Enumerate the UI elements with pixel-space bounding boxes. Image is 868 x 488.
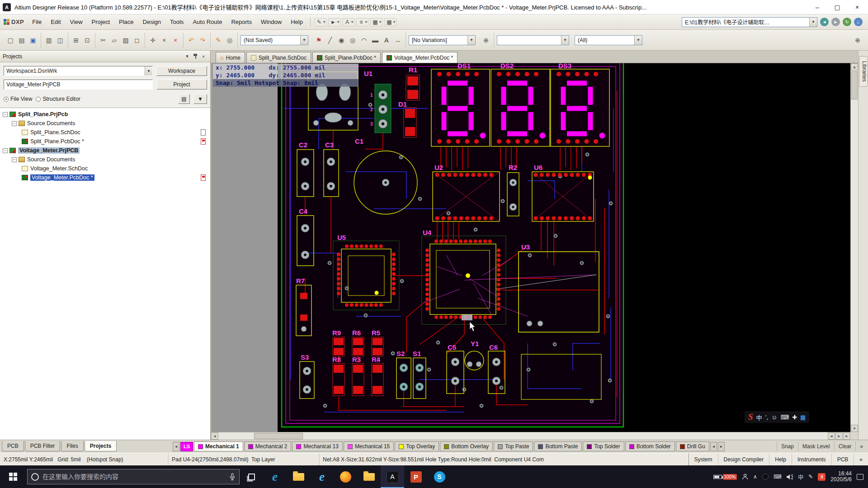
horizontal-scroll-thumb[interactable] xyxy=(254,433,303,439)
print-icon[interactable]: ▥ xyxy=(43,35,54,46)
chevron-down-icon[interactable]: ▼ xyxy=(809,18,817,27)
status-menu-instruments[interactable]: Instruments xyxy=(792,453,831,465)
sogou-tray-icon[interactable]: S xyxy=(818,473,826,481)
layer-tab-mechanical-13[interactable]: Mechanical 13 xyxy=(292,441,342,451)
redo-icon[interactable]: ↷ xyxy=(197,35,208,46)
tab-voltage-meter-pcbdoc[interactable]: Voltage_Meter.PcbDoc * xyxy=(382,52,458,63)
workspace-button[interactable]: Workspace xyxy=(156,66,207,76)
flag-icon[interactable]: ⚑ xyxy=(313,35,324,46)
clear-filter-icon[interactable]: × xyxy=(170,35,181,46)
start-button[interactable] xyxy=(0,465,26,488)
component-DS2[interactable] xyxy=(491,69,550,146)
status-menu-pcb[interactable]: PCB xyxy=(831,453,854,465)
battery-icon[interactable]: 100% xyxy=(713,474,737,480)
menu-item-design[interactable]: Design xyxy=(138,17,165,27)
mic-icon[interactable] xyxy=(229,473,236,480)
edit-icon[interactable]: ✎ xyxy=(213,35,224,46)
string-icon[interactable]: A xyxy=(381,35,392,46)
user-icon[interactable] xyxy=(742,474,748,480)
menu-item-view[interactable]: View xyxy=(66,17,87,27)
layer-tab-bottom-solder[interactable]: Bottom Solder xyxy=(625,441,675,451)
volume-icon[interactable] xyxy=(786,474,793,480)
keyboard-icon[interactable]: ⌨ xyxy=(774,474,781,480)
recent-path-combo[interactable]: E:\01教学材料\《电子设计辅助软… ▼ xyxy=(682,17,817,27)
menu-item-place[interactable]: Place xyxy=(114,17,138,27)
layer-set-chip[interactable]: LS xyxy=(180,442,193,451)
search-input[interactable] xyxy=(42,473,226,480)
filter-combo[interactable]: ▼ xyxy=(497,35,569,45)
pin-icon[interactable] xyxy=(191,52,199,61)
tab-split-plane-schdoc[interactable]: Split_Plane.SchDoc xyxy=(246,52,311,63)
vertical-scrollbar[interactable]: ▲ ▼ xyxy=(850,63,858,432)
taskbar-icon-firefox[interactable] xyxy=(334,465,357,488)
chevron-down-icon[interactable]: ▼ xyxy=(300,36,308,45)
tree-item-split-plane-project[interactable]: − Split_Plane.PrjPcb xyxy=(0,110,210,119)
selection-tool-dropdown[interactable]: ►▾ xyxy=(328,18,340,26)
scroll-down-icon[interactable]: ▼ xyxy=(851,425,858,432)
notification-center-icon[interactable] xyxy=(857,474,863,480)
status-menu-help[interactable]: Help xyxy=(769,453,792,465)
save-icon[interactable]: ▣ xyxy=(28,35,38,46)
component-DS1[interactable] xyxy=(431,69,490,146)
layer-tab-top-paste[interactable]: Top Paste xyxy=(494,441,533,451)
task-view-button[interactable] xyxy=(240,465,263,488)
panel-tab-pcb-filter[interactable]: PCB Filter xyxy=(25,441,61,451)
font-tool-dropdown[interactable]: A▾ xyxy=(342,18,354,26)
taskbar-icon-internet-explorer[interactable]: e xyxy=(310,465,334,488)
workspace-dropdown[interactable]: Workspace1.DsnWrk ▼ xyxy=(4,66,153,76)
open-icon[interactable]: ▤ xyxy=(16,35,27,46)
tab-scroll-left-icon[interactable]: ◄ xyxy=(828,432,835,440)
scope-combo[interactable]: (All) ▼ xyxy=(575,35,642,45)
collapse-icon[interactable]: − xyxy=(3,112,8,117)
undo-icon[interactable]: ↶ xyxy=(186,35,197,46)
collapse-icon[interactable]: − xyxy=(3,148,8,153)
layer-scroll-left-icon[interactable]: ◄ xyxy=(173,442,179,451)
zoom-fit-icon[interactable]: ⊞ xyxy=(71,35,81,46)
menu-item-reports[interactable]: Reports xyxy=(226,17,256,27)
grid-settings-dropdown[interactable]: ▦▾ xyxy=(384,18,396,26)
scroll-right-icon[interactable]: ► xyxy=(843,432,850,440)
layer-tabs-right-icon[interactable]: ► xyxy=(718,442,725,451)
menu-item-window[interactable]: Window xyxy=(256,17,286,27)
pad-icon[interactable]: ◉ xyxy=(336,35,347,46)
layer-tab-mechanical-1[interactable]: Mechanical 1 xyxy=(194,441,243,451)
dragged-pad-highlight[interactable] xyxy=(462,314,472,320)
align-tool-dropdown[interactable]: ≡▾ xyxy=(356,18,368,26)
sogou-logo-icon[interactable]: S xyxy=(748,412,753,422)
show-hidden-icons-chevron[interactable]: ∧ xyxy=(753,474,757,480)
nav-forward-button[interactable]: ► xyxy=(831,18,840,26)
nav-back-button[interactable]: ◄ xyxy=(820,18,829,26)
panel-tab-pcb[interactable]: PCB xyxy=(2,441,24,451)
chevron-down-icon[interactable]: ▼ xyxy=(634,36,642,45)
panel-tab-files[interactable]: Files xyxy=(61,441,83,451)
minimize-button[interactable]: – xyxy=(807,0,827,14)
collapse-icon[interactable]: − xyxy=(12,121,17,126)
tree-item-voltage-meter-project[interactable]: − Voltage_Meter.PrjPCB xyxy=(0,146,210,155)
layer-tab-top-overlay[interactable]: Top Overlay xyxy=(395,441,439,451)
panel-close-icon[interactable]: × xyxy=(199,52,208,61)
tree-item-source-documents-1[interactable]: − Source Documents xyxy=(0,119,210,128)
menu-item-auto-route[interactable]: Auto Route xyxy=(188,17,226,27)
arc-icon[interactable]: ◠ xyxy=(359,35,369,46)
layer-tab-mechanical-2[interactable]: Mechanical 2 xyxy=(244,441,292,451)
collapse-icon[interactable]: − xyxy=(12,157,17,162)
tree-item-source-documents-2[interactable]: − Source Documents xyxy=(0,155,210,164)
taskbar-icon-altium[interactable]: A xyxy=(381,465,404,488)
tab-split-plane-pcbdoc[interactable]: Split_Plane.PcbDoc * xyxy=(312,52,381,63)
chevron-down-icon[interactable]: ▼ xyxy=(561,36,569,45)
ime-toolbox-icon[interactable]: ✚ xyxy=(792,414,797,421)
tray-app-icon[interactable] xyxy=(762,474,769,480)
ime-punctuation-icon[interactable]: ’, xyxy=(765,414,769,421)
move-icon[interactable]: ✛ xyxy=(147,35,158,46)
file-view-radio[interactable]: ●File View xyxy=(4,96,32,102)
nav-refresh-button[interactable]: ↻ xyxy=(843,18,851,26)
layer-tab-drill-guide[interactable]: Drill Gu xyxy=(676,441,709,451)
select-area-icon[interactable]: ◻ xyxy=(132,35,142,46)
chevron-down-icon[interactable]: ▾ xyxy=(183,52,191,61)
taskbar-icon-skype[interactable]: S xyxy=(428,465,451,488)
tree-item-voltage-meter-schdoc[interactable]: Voltage_Meter.SchDoc xyxy=(0,164,210,173)
ime-keyboard-icon[interactable]: ⌨ xyxy=(780,414,789,421)
tree-item-split-plane-schdoc[interactable]: Split_Plane.SchDoc xyxy=(0,128,210,137)
tab-scroll-right-icon[interactable]: ► xyxy=(835,432,843,440)
layer-tab-top-solder[interactable]: Top Solder xyxy=(583,441,624,451)
